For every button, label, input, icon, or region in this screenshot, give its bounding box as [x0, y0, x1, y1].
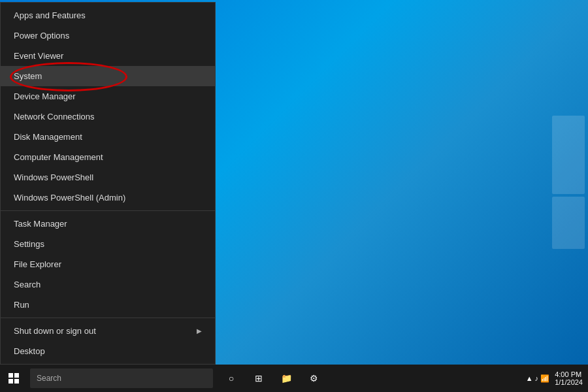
menu-item-device-manager[interactable]: Device Manager — [1, 86, 215, 106]
start-button[interactable] — [0, 365, 27, 392]
taskbar: Search ○ ⊞ 📁 ⚙ ▲ ♪ 📶 4:00 PM1/1/2024 — [0, 365, 588, 392]
menu-item-computer-management[interactable]: Computer Management — [1, 147, 215, 167]
taskbar-icons: ○ ⊞ 📁 ⚙ — [218, 365, 327, 392]
menu-item-disk-management[interactable]: Disk Management — [1, 127, 215, 147]
desktop-rect-2 — [552, 197, 585, 249]
menu-item-search[interactable]: Search — [1, 274, 215, 295]
taskbar-search-box[interactable]: Search — [30, 368, 213, 388]
menu-item-task-manager[interactable]: Task Manager — [1, 214, 215, 234]
menu-item-label-disk-management: Disk Management — [14, 132, 82, 142]
menu-item-label-apps-features: Apps and Features — [14, 10, 86, 20]
menu-item-windows-powershell[interactable]: Windows PowerShell — [1, 167, 215, 188]
menu-separator-after-run — [1, 318, 215, 318]
menu-item-run[interactable]: Run — [1, 295, 215, 315]
menu-item-label-device-manager: Device Manager — [14, 91, 76, 101]
menu-item-network-connections[interactable]: Network Connections — [1, 106, 215, 127]
menu-item-label-task-manager: Task Manager — [14, 219, 67, 229]
menu-item-label-windows-powershell: Windows PowerShell — [14, 172, 93, 182]
menu-item-label-windows-powershell-admin: Windows PowerShell (Admin) — [14, 193, 125, 203]
menu-item-label-settings: Settings — [14, 239, 44, 249]
menu-item-windows-powershell-admin[interactable]: Windows PowerShell (Admin) — [1, 188, 215, 208]
task-view-button[interactable]: ○ — [218, 365, 244, 392]
menu-item-shut-down[interactable]: Shut down or sign out▶ — [1, 321, 215, 341]
menu-item-system[interactable]: System — [1, 66, 215, 86]
clock: 4:00 PM1/1/2024 — [555, 370, 583, 386]
multitasking-icon[interactable]: ⊞ — [246, 365, 272, 392]
menu-item-power-options[interactable]: Power Options — [1, 25, 215, 46]
menu-item-label-network-connections: Network Connections — [14, 112, 95, 122]
desktop-decoration — [549, 0, 588, 365]
desktop: Apps and FeaturesPower OptionsEvent View… — [0, 0, 588, 392]
context-menu: Apps and FeaturesPower OptionsEvent View… — [0, 2, 216, 365]
file-explorer-taskbar[interactable]: 📁 — [273, 365, 299, 392]
menu-item-label-system: System — [14, 71, 42, 81]
menu-item-label-computer-management: Computer Management — [14, 152, 103, 162]
menu-item-label-desktop: Desktop — [14, 346, 45, 356]
system-tray: ▲ ♪ 📶 — [526, 374, 550, 383]
menu-item-label-power-options: Power Options — [14, 31, 69, 41]
windows-logo-icon — [8, 373, 19, 384]
menu-item-event-viewer[interactable]: Event Viewer — [1, 46, 215, 66]
menu-item-file-explorer[interactable]: File Explorer — [1, 254, 215, 274]
search-placeholder: Search — [37, 374, 61, 383]
menu-item-label-event-viewer: Event Viewer — [14, 51, 63, 61]
menu-item-label-search: Search — [14, 280, 41, 289]
menu-separator-after-windows-powershell-admin — [1, 210, 215, 211]
taskbar-right-area: ▲ ♪ 📶 4:00 PM1/1/2024 — [526, 370, 588, 386]
menu-arrow-shut-down: ▶ — [197, 327, 202, 335]
desktop-rect-1 — [552, 116, 585, 194]
menu-item-apps-features[interactable]: Apps and Features — [1, 5, 215, 25]
settings-taskbar[interactable]: ⚙ — [301, 365, 327, 392]
menu-item-label-run: Run — [14, 300, 29, 310]
menu-item-desktop[interactable]: Desktop — [1, 341, 215, 361]
menu-item-label-shut-down: Shut down or sign out — [14, 326, 96, 336]
menu-item-settings[interactable]: Settings — [1, 234, 215, 254]
menu-item-label-file-explorer: File Explorer — [14, 259, 61, 269]
